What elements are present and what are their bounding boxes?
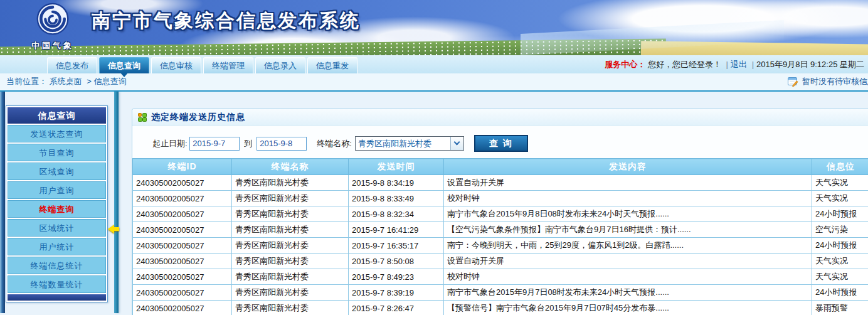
table-row[interactable]: 240305002005027青秀区南阳新光村委2015-9-7 8:39:19… [133,285,868,301]
sidebar-header: 信息查询 [8,107,106,124]
table-cell: 24小时预报 [812,238,868,254]
sidebar-item-用户查询[interactable]: 用户查询 [8,181,106,199]
audit-notice[interactable]: 暂时没有待审核信息 [788,73,868,90]
breadcrumb-info-query[interactable]: 信息查询 [94,77,127,86]
grid-icon [138,113,147,122]
sidebar-item-发送状态查询[interactable]: 发送状态查询 [8,125,106,142]
select-arrow-button[interactable] [450,137,463,150]
table-cell: 青秀区南阳新光村委 [232,254,349,269]
to-label: 到 [244,138,252,149]
table-cell: 2015-9-7 8:49:23 [349,269,444,285]
date-to-input[interactable] [257,137,307,151]
table-cell: 240305002005027 [133,238,232,254]
edit-note-icon [788,77,798,87]
table-cell: 青秀区南阳新光村委 [232,301,349,315]
table-row[interactable]: 240305002005027青秀区南阳新光村委2015-9-7 8:49:23… [133,269,868,285]
sidebar-item-区域统计[interactable]: 区域统计 [8,219,106,237]
location-label: 当前位置： [6,77,47,86]
tab-终端管理[interactable]: 终端管理 [203,57,253,73]
sidebar-splitter[interactable] [114,92,119,313]
tab-信息发布[interactable]: 信息发布 [47,57,97,73]
table-cell: 2015-9-7 16:41:29 [349,222,444,238]
table-cell: 设置自动开关屏 [444,254,812,269]
query-button[interactable]: 查 询 [474,135,528,152]
page-title: 选定终端发送历史信息 [151,112,245,123]
system-title: 南宁市气象综合信息发布系统 [92,8,361,34]
table-row[interactable]: 240305002005027青秀区南阳新光村委2015-9-7 8:50:08… [133,254,868,269]
column-header: 终端名称 [232,159,349,175]
table-cell: 南宁市气象台2015年9月7日08时发布未来24小时天气预报...... [444,285,812,301]
service-center-bar: 服务中心： 您好，您已经登录！ |退出 |2015年9月8日 9:12:25 星… [605,59,864,70]
table-cell: 2015-9-8 8:34:19 [349,175,444,191]
table-cell: 设置自动开关屏 [444,175,812,191]
table-cell: 2015-9-8 8:32:34 [349,206,444,222]
table-row[interactable]: 240305002005027青秀区南阳新光村委2015-9-8 8:32:34… [133,206,868,222]
content-panel: 选定终端发送历史信息 起止日期: 到 终端名称: 青秀区南阳新光村委 查 询 终… [132,109,868,315]
table-cell: 空气污染 [812,222,868,238]
logout-link[interactable]: 退出 [731,60,747,69]
table-header-row: 终端ID终端名称发送时间发送内容信息位 [133,159,868,175]
sidebar-item-终端查询[interactable]: 终端查询 [8,200,106,218]
terminal-select[interactable]: 青秀区南阳新光村委 [355,136,464,151]
sidebar: 信息查询 发送状态查询节目查询区域查询用户查询终端查询区域统计用户统计终端信息统… [6,105,108,302]
sidebar-menu: 发送状态查询节目查询区域查询用户查询终端查询区域统计用户统计终端信息统计终端数量… [8,125,106,293]
table-cell: 青秀区南阳新光村委 [232,238,349,254]
tab-信息审核[interactable]: 信息审核 [151,57,201,73]
sidebar-collapse-arrow-icon[interactable] [108,225,114,233]
table-cell: 南宁市气象台2015年9月8日08时发布未来24小时天气预报...... [444,206,812,222]
audit-notice-text: 暂时没有待审核信息 [802,73,868,90]
datetime-display: 2015年9月8日 9:12:25 星期二 [756,60,864,69]
sidebar-item-终端数量统计[interactable]: 终端数量统计 [8,275,106,293]
table-cell: 240305002005027 [133,285,232,301]
table-cell: 2015-9-7 8:26:47 [349,301,444,315]
login-greeting: 您好，您已经登录！ [648,60,721,69]
column-header: 发送内容 [444,159,812,175]
table-cell: 2015-9-7 8:50:08 [349,254,444,269]
sidebar-item-终端信息统计[interactable]: 终端信息统计 [8,257,106,274]
table-cell: 校对时钟 [444,191,812,206]
top-navbar: 信息发布信息查询信息审核终端管理信息录入信息重发 服务中心： 您好，您已经登录！… [0,55,868,73]
terminal-name-label: 终端名称: [317,138,352,149]
breadcrumb-desktop[interactable]: 系统桌面 [50,77,82,86]
chevron-down-icon [454,139,460,146]
main-area: 信息查询 发送状态查询节目查询区域查询用户查询终端查询区域统计用户统计终端信息统… [0,92,868,313]
table-cell: 青秀区南阳新光村委 [232,269,349,285]
table-row[interactable]: 240305002005027青秀区南阳新光村委2015-9-7 16:41:2… [133,222,868,238]
panel-header: 选定终端发送历史信息 [132,109,868,125]
table-row[interactable]: 240305002005027青秀区南阳新光村委2015-9-8 8:34:19… [133,175,868,191]
tab-信息查询[interactable]: 信息查询 [99,57,149,73]
table-cell: 【预警信号】南宁市气象台2015年9月7日07时45分发布暴...... [444,301,812,315]
table-cell: 240305002005027 [133,222,232,238]
table-cell: 天气实况 [812,175,868,191]
logo-caption: 中国气象 [18,40,88,51]
query-form: 起止日期: 到 终端名称: 青秀区南阳新光村委 查 询 [152,135,868,152]
date-from-input[interactable] [189,137,240,151]
tab-信息重发[interactable]: 信息重发 [307,57,357,73]
table-cell: 青秀区南阳新光村委 [232,191,349,206]
history-table: 终端ID终端名称发送时间发送内容信息位 240305002005027青秀区南阳… [132,158,868,315]
table-body: 240305002005027青秀区南阳新光村委2015-9-8 8:34:19… [133,175,868,315]
table-cell: 2015-9-7 16:35:17 [349,238,444,254]
left-edge-bar [0,92,5,313]
table-cell: 240305002005027 [133,269,232,285]
table-row[interactable]: 240305002005027青秀区南阳新光村委2015-9-8 8:33:49… [133,191,868,206]
table-cell: 2015-9-8 8:33:49 [349,191,444,206]
table-cell: 24小时预报 [812,206,868,222]
date-range-label: 起止日期: [152,138,188,149]
cma-spiral-cloud-icon [35,2,70,37]
table-cell: 青秀区南阳新光村委 [232,175,349,191]
terminal-select-value: 青秀区南阳新光村委 [356,138,450,149]
sidebar-item-区域查询[interactable]: 区域查询 [8,163,106,180]
tab-信息录入[interactable]: 信息录入 [255,57,305,73]
service-center-label: 服务中心： [605,60,645,69]
table-cell: 240305002005027 [133,301,232,315]
table-cell: 校对时钟 [444,269,812,285]
nav-tabs: 信息发布信息查询信息审核终端管理信息录入信息重发 [47,57,357,73]
sidebar-item-用户统计[interactable]: 用户统计 [8,238,106,255]
table-cell: 暴雨预警 [812,301,868,315]
sidebar-item-节目查询[interactable]: 节目查询 [8,144,106,161]
table-row[interactable]: 240305002005027青秀区南阳新光村委2015-9-7 16:35:1… [133,238,868,254]
column-header: 信息位 [812,159,868,175]
table-row[interactable]: 240305002005027青秀区南阳新光村委2015-9-7 8:26:47… [133,301,868,315]
separator: | [752,60,754,69]
